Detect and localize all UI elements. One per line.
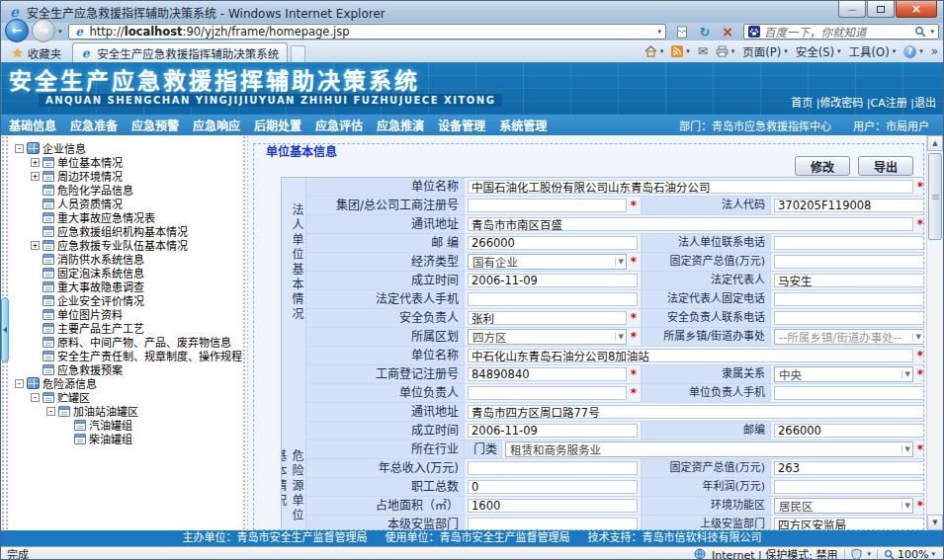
- tree-item[interactable]: 重大事故应急情况表: [13, 210, 242, 224]
- field-input[interactable]: [468, 236, 638, 250]
- overflow-chevron-icon[interactable]: »: [931, 44, 938, 58]
- nav-item-6[interactable]: 应急评估: [315, 117, 363, 133]
- tree-item[interactable]: 单位图片资料: [13, 307, 242, 321]
- tree-item[interactable]: 企业安全评价情况: [13, 293, 242, 307]
- nav-item-3[interactable]: 应急预警: [131, 117, 179, 133]
- scroll-down-button[interactable]: ▼: [927, 515, 943, 530]
- nav-item-2[interactable]: 应急准备: [70, 117, 118, 133]
- sidebar-splitter[interactable]: [1, 135, 9, 530]
- content-scrollbar[interactable]: ▲ ▼: [926, 135, 943, 530]
- nav-item-9[interactable]: 系统管理: [499, 117, 547, 133]
- tree-item[interactable]: 重大事故隐患调查: [13, 280, 242, 293]
- field-input[interactable]: [468, 424, 638, 438]
- field-input[interactable]: [468, 292, 638, 306]
- close-button[interactable]: ×: [896, 1, 937, 18]
- favorites-button[interactable]: ★ 收藏夹: [4, 43, 69, 62]
- nav-item-1[interactable]: 基础信息: [9, 117, 56, 133]
- tree-item[interactable]: 安全生产责任制、规章制度、操作规程信息: [13, 349, 242, 362]
- field-input[interactable]: [774, 199, 924, 212]
- read-mail-button[interactable]: ✉: [698, 44, 708, 58]
- field-input[interactable]: [774, 274, 924, 287]
- refresh-button[interactable]: ↻: [695, 24, 715, 40]
- field-input[interactable]: [774, 255, 924, 269]
- maximize-button[interactable]: [867, 1, 895, 18]
- field-input[interactable]: [468, 367, 627, 381]
- tree-item[interactable]: 主要产品生产工艺: [13, 321, 242, 335]
- tree-item[interactable]: 汽油罐组: [13, 418, 242, 432]
- address-dropdown-icon[interactable]: ▾: [657, 28, 661, 36]
- collapse-icon[interactable]: -: [31, 393, 40, 402]
- search-icon[interactable]: [914, 26, 926, 38]
- tree-item[interactable]: 人员资质情况: [13, 197, 242, 210]
- field-input[interactable]: [468, 499, 638, 513]
- tree-item[interactable]: 原料、中间产物、产品、废弃物信息: [13, 335, 242, 349]
- forward-button[interactable]: →: [32, 19, 55, 42]
- field-input[interactable]: [774, 311, 924, 325]
- header-link-3[interactable]: CA注册: [871, 97, 907, 110]
- new-tab-button[interactable]: [291, 45, 305, 62]
- field-input[interactable]: [468, 217, 913, 231]
- chevron-down-icon[interactable]: ▾: [868, 550, 872, 558]
- tree-item[interactable]: -企业信息: [13, 141, 242, 155]
- field-input[interactable]: [468, 480, 638, 494]
- field-input[interactable]: [468, 311, 627, 325]
- header-link-1[interactable]: 首页: [791, 97, 813, 110]
- tree-item[interactable]: 消防供水系统信息: [13, 252, 242, 266]
- search-input[interactable]: 百度一下，你就知道: [764, 24, 910, 40]
- stop-button[interactable]: ×: [718, 24, 737, 40]
- help-button[interactable]: ?▾: [903, 45, 923, 58]
- field-input[interactable]: [774, 386, 924, 400]
- tree-item[interactable]: 固定泡沫系统信息: [13, 266, 242, 280]
- tree-item[interactable]: +应急救援专业队伍基本情况: [13, 238, 242, 252]
- address-bar[interactable]: e http://localhost:90/yjzh/frame/homepag…: [68, 24, 666, 40]
- field-select[interactable]: 租赁和商务服务业▼: [505, 441, 913, 457]
- tree-item[interactable]: -加油站油罐区: [13, 404, 242, 418]
- export-button[interactable]: 导出: [858, 156, 913, 176]
- field-select[interactable]: 中央▼: [774, 366, 913, 382]
- tree-item[interactable]: 应急救援组织机构基本情况: [13, 224, 242, 238]
- collapse-icon[interactable]: -: [15, 144, 24, 153]
- field-select[interactable]: 国有企业▼: [468, 254, 627, 270]
- title-bar[interactable]: e 安全生产应急救援指挥辅助决策系统 - Windows Internet Ex…: [1, 1, 943, 23]
- zoom-control[interactable]: 100% ▾: [884, 548, 935, 560]
- collapse-handle[interactable]: [1, 297, 9, 362]
- field-input[interactable]: [774, 461, 924, 475]
- tree-item[interactable]: +周边环境情况: [13, 169, 242, 183]
- field-select[interactable]: 四方区▼: [468, 329, 627, 345]
- expand-icon[interactable]: +: [31, 172, 40, 181]
- tree-item[interactable]: +单位基本情况: [13, 155, 242, 169]
- tree-item[interactable]: 应急救援预案: [13, 362, 242, 376]
- minimize-button[interactable]: —: [838, 1, 866, 18]
- field-input[interactable]: [468, 386, 627, 400]
- scroll-up-button[interactable]: ▲: [927, 135, 943, 151]
- field-input[interactable]: [468, 461, 638, 475]
- tree-item[interactable]: -贮罐区: [13, 390, 242, 404]
- feeds-button[interactable]: ▾: [671, 45, 690, 57]
- search-dropdown-icon[interactable]: ▾: [930, 28, 934, 36]
- nav-item-7[interactable]: 应急推演: [377, 117, 424, 133]
- header-link-2[interactable]: 修改密码: [819, 97, 863, 110]
- safety-menu-button[interactable]: 安全(S)▾: [796, 43, 841, 59]
- scroll-thumb[interactable]: [928, 153, 942, 240]
- field-input[interactable]: [468, 180, 913, 194]
- modify-button[interactable]: 修改: [795, 156, 850, 176]
- field-input[interactable]: [774, 236, 924, 250]
- field-input[interactable]: [468, 274, 638, 287]
- expand-icon[interactable]: +: [31, 241, 40, 250]
- nav-item-8[interactable]: 设备管理: [438, 117, 485, 133]
- field-input[interactable]: [774, 480, 924, 494]
- back-button[interactable]: ←: [5, 19, 29, 42]
- tree-item[interactable]: -危险源信息: [13, 376, 242, 390]
- field-input[interactable]: [468, 518, 638, 530]
- collapse-icon[interactable]: -: [15, 379, 24, 388]
- compatibility-view-button[interactable]: [672, 24, 692, 40]
- tree-item[interactable]: 柴油罐组: [13, 432, 242, 445]
- tools-menu-button[interactable]: 工具(O)▾: [849, 43, 897, 59]
- nav-item-4[interactable]: 应急响应: [193, 117, 240, 133]
- tree-item[interactable]: 危险化学品信息: [13, 183, 242, 197]
- field-input[interactable]: [774, 424, 924, 438]
- home-button[interactable]: ▾: [644, 45, 664, 57]
- field-select[interactable]: --所属乡镇/街道办事处--▼: [774, 329, 924, 345]
- collapse-icon[interactable]: -: [46, 407, 55, 416]
- field-select[interactable]: 居民区▼: [774, 498, 913, 514]
